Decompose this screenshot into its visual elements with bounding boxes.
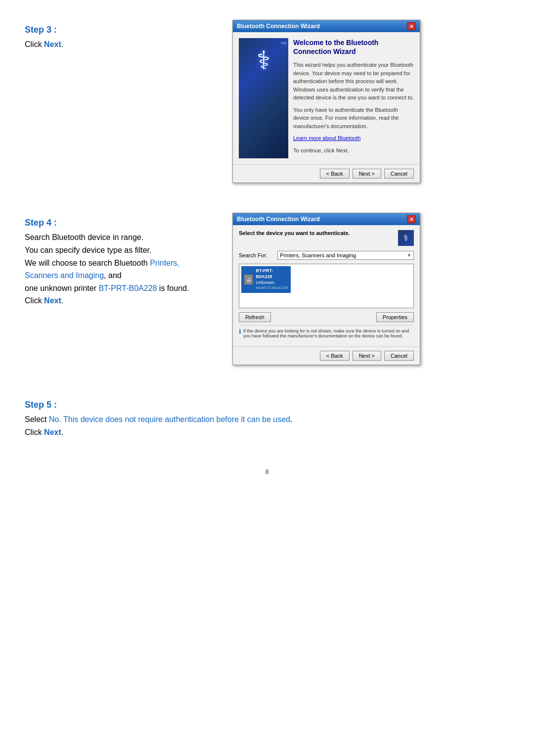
device-list-item[interactable]: 🖨 BT-PRT-B0A228 Unknown b0:b5:72:b0:a2:2… (241, 266, 291, 292)
step4-cancel-button[interactable]: Cancel (384, 351, 414, 361)
step4-dialog-titlebar: Bluetooth Connection Wizard ✕ (233, 213, 420, 225)
step4-label: Step 4 : (25, 218, 213, 228)
refresh-button[interactable]: Refresh (239, 312, 271, 322)
step5-next-keyword: Next (44, 428, 61, 436)
step3-description: Click Next. (25, 38, 213, 51)
welcome-para3: To continue, click Next. (293, 146, 414, 155)
step4-next-button[interactable]: Next > (353, 351, 381, 361)
step3-dialog-footer: < Back Next > Cancel (233, 164, 420, 183)
search-dropdown-value: Printers, Scanners and Imaging (280, 252, 356, 258)
search-actions: Refresh Properties (239, 312, 414, 322)
step5-line2: Click (25, 428, 44, 436)
info-bar: ℹ If the device you are looking for is n… (239, 325, 414, 338)
step3-dialog-title: Bluetooth Connection Wizard (237, 23, 320, 30)
info-text: If the device you are looking for is not… (243, 329, 414, 338)
step4-text: Step 4 : Search Bluetooth device in rang… (25, 213, 213, 307)
step4-line4: , and (104, 271, 122, 280)
properties-button[interactable]: Properties (376, 312, 414, 322)
welcome-learn-link[interactable]: Learn more about Bluetooth (293, 134, 414, 142)
info-icon: ℹ (239, 328, 241, 335)
step3-next-keyword: Next (44, 40, 61, 48)
step3-next-button[interactable]: Next > (353, 169, 381, 179)
welcome-para1: This wizard helps you authenticate your … (293, 61, 414, 102)
step3-label: Step 3 : (25, 25, 213, 35)
step4-close-button[interactable]: ✕ (407, 215, 416, 223)
search-row: Search For: Printers, Scanners and Imagi… (239, 251, 414, 260)
search-for-label: Search For: (239, 252, 273, 258)
step4-dialog: Bluetooth Connection Wizard ✕ Select the… (232, 213, 420, 365)
bluetooth-symbol-icon: ⚕ (257, 47, 270, 73)
step4-description: Search Bluetooth device in range. You ca… (25, 231, 213, 307)
step4-line3: We will choose to search Bluetooth (25, 259, 148, 267)
step3-dialog-titlebar: Bluetooth Connection Wizard ✕ (233, 20, 420, 32)
bluetooth-icon-small: ⚕ (398, 230, 414, 246)
welcome-content: Welcome to the Bluetooth Connection Wiza… (293, 38, 414, 158)
step4-line8: . (61, 296, 63, 305)
step4-dialog-footer: < Back Next > Cancel (233, 346, 420, 365)
step4-next-keyword: Next (44, 296, 61, 305)
step3-desc-pre: Click (25, 40, 44, 48)
step5-pre: Select (25, 415, 49, 424)
device-icon: 🖨 (244, 275, 253, 284)
step5-highlight: No. This device does not require authent… (49, 415, 290, 424)
bt-small-symbol: ⚕ (403, 233, 408, 243)
welcome-title: Welcome to the Bluetooth Connection Wiza… (293, 38, 414, 56)
step5-post: . (290, 415, 292, 424)
step5-section: Step 5 : Select No. This device does not… (25, 395, 509, 438)
search-header-text: Select the device you want to authentica… (239, 230, 350, 236)
learn-more-link[interactable]: Learn more about Bluetooth (293, 135, 360, 141)
step4-dialog-body: Select the device you want to authentica… (233, 225, 420, 346)
device-list: 🖨 BT-PRT-B0A228 Unknown b0:b5:72:b0:a2:2… (239, 264, 414, 308)
step3-section: Step 3 : Click Next. Bluetooth Connectio… (25, 20, 509, 183)
device-info: BT-PRT-B0A228 Unknown b0:b5:72:b0:a2:28 (256, 268, 288, 290)
bluetooth-logo-panel: TM ⚕ (239, 38, 288, 158)
step3-close-button[interactable]: ✕ (407, 22, 416, 30)
step4-line7: Click (25, 296, 44, 305)
step3-dialog: Bluetooth Connection Wizard ✕ TM ⚕ Welco… (232, 20, 420, 183)
step3-text: Step 3 : Click Next. (25, 20, 213, 51)
welcome-para2: You only have to authenticate the Blueto… (293, 106, 414, 131)
step3-back-button[interactable]: < Back (320, 169, 350, 179)
step4-line1: Search Bluetooth device in range. (25, 233, 143, 241)
device-mac: b0:b5:72:b0:a2:28 (256, 285, 288, 290)
step4-line5: one unknown printer (25, 284, 98, 292)
step4-back-button[interactable]: < Back (320, 351, 350, 361)
step5-description: Select No. This device does not require … (25, 413, 509, 438)
step3-dialog-body: TM ⚕ Welcome to the Bluetooth Connection… (233, 32, 420, 164)
page-number: 8 (25, 469, 509, 475)
step4-dialog-title: Bluetooth Connection Wizard (237, 216, 320, 223)
step4-line6: is found. (157, 284, 189, 292)
step4-line2: You can specify device type as filter. (25, 246, 151, 254)
search-header: Select the device you want to authentica… (239, 230, 414, 246)
step3-cancel-button[interactable]: Cancel (384, 169, 414, 179)
step3-desc-post: . (61, 40, 63, 48)
step5-label: Step 5 : (25, 400, 509, 410)
device-type: Unknown (256, 280, 288, 286)
tm-label: TM (280, 41, 286, 46)
dropdown-arrow-icon: ▼ (407, 253, 411, 258)
step4-section: Step 4 : Search Bluetooth device in rang… (25, 213, 509, 365)
step4-highlight2: BT-PRT-B0A228 (98, 284, 157, 292)
search-dropdown[interactable]: Printers, Scanners and Imaging ▼ (277, 251, 414, 260)
step5-line3: . (61, 428, 63, 436)
device-name: BT-PRT-B0A228 (256, 268, 288, 280)
